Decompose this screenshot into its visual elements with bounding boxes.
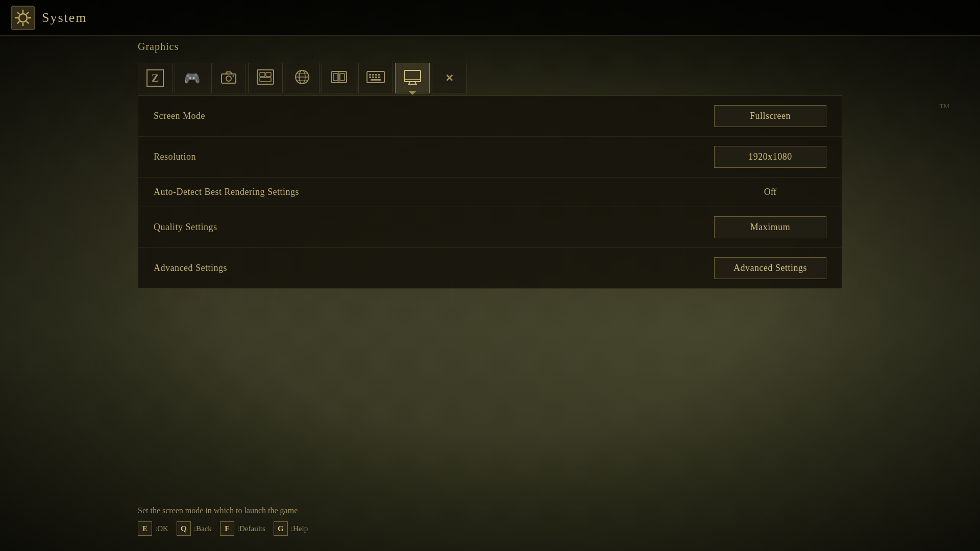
action-back: :Back [194,524,212,533]
quality-label: Quality Settings [154,222,714,233]
tm-watermark: TM [940,102,950,110]
svg-point-4 [233,75,234,77]
svg-rect-24 [372,77,374,78]
camera-icon [220,70,237,87]
auto-detect-value: Off [714,187,826,197]
tab-globe[interactable] [285,63,320,93]
monitor-icon [404,69,421,87]
resolution-value[interactable]: 980x551 [714,146,826,168]
advanced-label: Advanced Settings [154,263,714,273]
key-f: F [220,521,234,536]
tab-hud[interactable] [248,63,283,93]
tab-z[interactable]: Z [138,63,173,93]
tab-camera[interactable] [211,63,246,93]
svg-rect-23 [369,77,371,78]
resolution-button[interactable]: 980x551 [714,146,826,168]
screen-mode-button[interactable]: Fullscreen [714,105,826,127]
globe-icon [294,69,310,88]
key-hints: E :OK Q :Back F :Defaults G :Help [138,521,842,536]
main-panel: Graphics Z 🎮 [138,41,842,490]
action-ok: :OK [155,524,168,533]
tab-keyboard[interactable] [358,63,393,93]
svg-rect-25 [375,77,377,78]
advanced-settings-button[interactable]: Advanced Settings [714,257,826,279]
svg-rect-19 [369,74,371,76]
setting-row-screen-mode: Screen Mode Fullscreen [138,96,842,137]
svg-rect-21 [375,74,377,76]
tab-controls[interactable] [322,63,356,93]
svg-rect-8 [260,78,271,82]
gear-icon [10,5,36,31]
screen-mode-value[interactable]: Fullscreen [714,105,826,127]
auto-detect-plain: Off [764,187,777,197]
svg-rect-22 [378,74,380,76]
tab-gamepad[interactable]: 🎮 [175,63,209,93]
window-title: System [42,10,87,26]
settings-panel: Screen Mode Fullscreen Resolution 1920x1… [138,95,842,289]
quality-value[interactable]: Maximum [714,216,826,238]
header: System [0,0,980,36]
advanced-value[interactable]: Advanced Settings [714,257,826,279]
tab-monitor[interactable] [395,63,430,93]
gamepad-icon: 🎮 [184,70,200,86]
svg-rect-27 [371,79,381,81]
setting-row-resolution: Resolution 980x551 [138,137,842,178]
z-icon: Z [146,69,164,87]
svg-rect-26 [378,77,380,78]
key-e: E [138,521,152,536]
svg-rect-15 [333,73,338,81]
screen-mode-label: Screen Mode [154,111,714,121]
svg-rect-16 [340,73,345,81]
tab-close[interactable]: ✕ [432,63,467,93]
action-help: :Help [291,524,308,533]
hud-icon [257,69,274,87]
bottom-bar: Set the screen mode in which to launch t… [138,496,842,551]
section-title: Graphics [138,41,842,53]
hint-description: Set the screen mode in which to launch t… [138,506,842,515]
keyboard-icon [366,70,385,86]
quality-button[interactable]: Maximum [714,216,826,238]
svg-rect-7 [266,72,271,77]
controls-icon [330,69,348,87]
setting-row-auto-detect: Auto-Detect Best Rendering Settings Off [138,178,842,207]
key-q: Q [177,521,191,536]
key-g: G [274,521,288,536]
svg-point-3 [226,76,231,81]
action-defaults: :Defaults [237,524,265,533]
auto-detect-label: Auto-Detect Best Rendering Settings [154,187,714,197]
close-icon: ✕ [445,72,454,84]
svg-rect-6 [260,72,265,77]
svg-rect-2 [222,74,236,83]
svg-rect-20 [372,74,374,76]
setting-row-quality: Quality Settings Maximum [138,207,842,248]
resolution-label: Resolution [154,152,714,162]
setting-row-advanced: Advanced Settings Advanced Settings [138,248,842,288]
tab-bar: Z 🎮 [138,63,842,93]
svg-rect-5 [257,70,274,84]
